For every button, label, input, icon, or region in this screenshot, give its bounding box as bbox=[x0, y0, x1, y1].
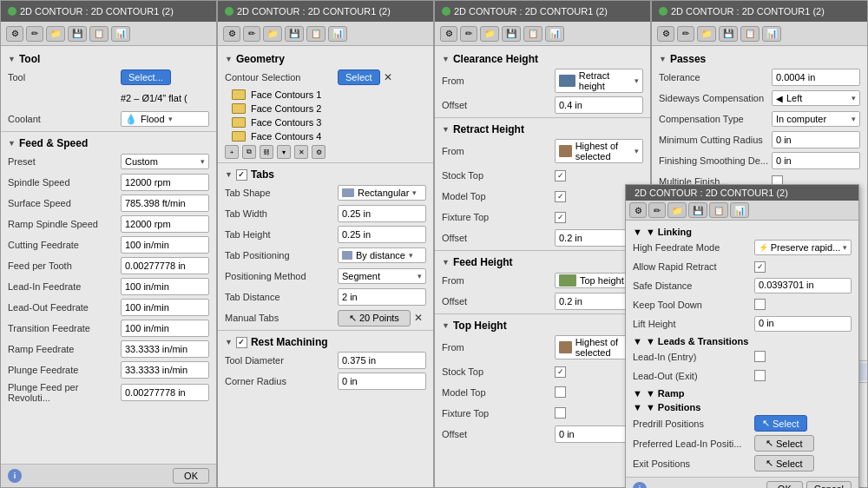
face-contour-2[interactable]: Face Contours 2 bbox=[218, 102, 433, 115]
hfm-select[interactable]: ⚡ Preserve rapid... ▾ bbox=[754, 240, 852, 255]
tolerance-input[interactable]: 0.0004 in bbox=[772, 69, 860, 86]
leadin-feed-input[interactable]: 100 in/min bbox=[121, 278, 209, 295]
popup-section-linking[interactable]: ▼ ▼ Linking bbox=[626, 224, 858, 238]
section-feed[interactable]: ▼ Feed & Speed bbox=[1, 134, 216, 151]
pp-tb5[interactable]: 📋 bbox=[709, 202, 728, 218]
tabs-checkbox[interactable] bbox=[236, 169, 247, 181]
val-feed-tooth[interactable]: 0.00277778 in bbox=[121, 257, 209, 274]
val-cutting-feed[interactable]: 100 in/min bbox=[121, 236, 209, 254]
rest-checkbox[interactable] bbox=[236, 337, 247, 348]
val-plunge-rev[interactable]: 0.00277778 in bbox=[121, 384, 209, 401]
contour-select-btn[interactable]: Select bbox=[338, 69, 380, 85]
leadin-checkbox[interactable] bbox=[754, 351, 766, 362]
popup-val-exit-pos[interactable]: ↖ Select bbox=[754, 455, 852, 472]
coolant-select[interactable]: 💧 Flood ▾ bbox=[121, 111, 209, 127]
val-tab-pos[interactable]: By distance ▾ bbox=[338, 247, 426, 263]
min-cut-rad-input[interactable]: 0 in bbox=[772, 131, 860, 148]
tab-dist-input[interactable]: 2 in bbox=[338, 288, 426, 306]
val-tab-height[interactable]: 0.25 in bbox=[338, 226, 426, 243]
popup-val-safe[interactable]: 0.0393701 in bbox=[754, 278, 852, 293]
val-ramp-spindle[interactable]: 12000 rpm bbox=[121, 215, 209, 233]
val-tolerance[interactable]: 0.0004 in bbox=[772, 69, 860, 86]
p4-tb2[interactable]: ✏ bbox=[677, 26, 694, 42]
face-contour-4[interactable]: Face Contours 4 bbox=[218, 129, 433, 143]
popup-val-predrill[interactable]: ↖ Select bbox=[754, 415, 852, 432]
val-ramp-feed[interactable]: 33.3333 in/min bbox=[121, 340, 209, 358]
th-fixture-checkbox[interactable] bbox=[555, 407, 566, 419]
popup-ok-btn[interactable]: OK bbox=[766, 481, 803, 488]
tb-icon3[interactable]: 📁 bbox=[46, 26, 65, 42]
contour-clear-btn[interactable]: ✕ bbox=[384, 71, 392, 83]
val-finish-smooth[interactable]: 0 in bbox=[772, 152, 860, 169]
face-contour-1[interactable]: Face Contours 1 bbox=[218, 88, 433, 102]
tool-more[interactable]: ▾ bbox=[277, 145, 291, 159]
tool-settings[interactable]: ⚙ bbox=[312, 145, 326, 159]
section-passes[interactable]: ▼ Passes bbox=[652, 49, 867, 67]
val-tool[interactable]: Select... bbox=[121, 69, 209, 85]
val-tab-width[interactable]: 0.25 in bbox=[338, 205, 426, 222]
pos-method-select[interactable]: Segment ▾ bbox=[338, 268, 426, 284]
tab-shape-select[interactable]: Rectangular ▾ bbox=[338, 185, 426, 201]
val-tab-dist[interactable]: 2 in bbox=[338, 288, 426, 306]
tool-del[interactable]: ✕ bbox=[294, 145, 308, 159]
val-ch-from[interactable]: Retract height ▾ bbox=[555, 69, 643, 93]
rh-fixture-checkbox[interactable] bbox=[555, 212, 566, 223]
tab-pos-select[interactable]: By distance ▾ bbox=[338, 247, 426, 263]
cutting-feed-input[interactable]: 100 in/min bbox=[121, 236, 209, 254]
section-tabs[interactable]: ▼ Tabs bbox=[218, 165, 433, 182]
th-model-checkbox[interactable] bbox=[555, 386, 566, 398]
p3-tb6[interactable]: 📊 bbox=[545, 26, 564, 42]
pref-lead-btn[interactable]: ↖ Select bbox=[754, 435, 814, 452]
p2-tb1[interactable]: ⚙ bbox=[223, 26, 240, 42]
p3-tb3[interactable]: 📁 bbox=[480, 26, 499, 42]
section-clearance[interactable]: ▼ Clearance Height bbox=[435, 49, 650, 67]
spindle-input[interactable]: 12000 rpm bbox=[121, 174, 209, 191]
manual-tabs-btn[interactable]: ↖ 20 Points bbox=[338, 310, 411, 326]
val-corner-rad[interactable]: 0 in bbox=[338, 373, 426, 390]
val-rh-stock[interactable] bbox=[555, 169, 643, 181]
val-rh-from[interactable]: Highest of selected ▾ bbox=[555, 139, 643, 163]
popup-val-hfm[interactable]: ⚡ Preserve rapid... ▾ bbox=[754, 240, 852, 255]
val-surface[interactable]: 785.398 ft/min bbox=[121, 195, 209, 212]
th-stock-checkbox[interactable] bbox=[555, 366, 566, 378]
p2-tb2[interactable]: ✏ bbox=[243, 26, 260, 42]
val-comp-type[interactable]: In computer ▾ bbox=[772, 111, 860, 127]
popup-val-lift[interactable]: 0 in bbox=[754, 316, 852, 332]
p3-tb5[interactable]: 📋 bbox=[523, 26, 542, 42]
section-geometry[interactable]: ▼ Geometry bbox=[218, 49, 433, 67]
plunge-rev-input[interactable]: 0.00277778 in bbox=[121, 384, 209, 401]
finish-smooth-input[interactable]: 0 in bbox=[772, 152, 860, 169]
popup-section-leads[interactable]: ▼ ▼ Leads & Transitions bbox=[626, 333, 858, 347]
val-tab-shape[interactable]: Rectangular ▾ bbox=[338, 185, 426, 201]
manual-tabs-clear[interactable]: ✕ bbox=[414, 312, 423, 324]
val-coolant[interactable]: 💧 Flood ▾ bbox=[121, 111, 209, 127]
val-sideways-comp[interactable]: ◀ Left ▾ bbox=[772, 90, 860, 106]
p3-tb4[interactable]: 💾 bbox=[502, 26, 521, 42]
tb-icon4[interactable]: 💾 bbox=[68, 26, 87, 42]
val-plunge-feed[interactable]: 33.3333 in/min bbox=[121, 361, 209, 379]
surface-input[interactable]: 785.398 ft/min bbox=[121, 195, 209, 212]
rh-from-select[interactable]: Highest of selected ▾ bbox=[555, 139, 643, 163]
tb-icon5[interactable]: 📋 bbox=[89, 26, 108, 42]
val-min-cut-rad[interactable]: 0 in bbox=[772, 131, 860, 148]
popup-val-leadin[interactable] bbox=[754, 351, 852, 364]
section-retract[interactable]: ▼ Retract Height bbox=[435, 120, 650, 137]
p2-tb4[interactable]: 💾 bbox=[285, 26, 304, 42]
popup-val-pref-lead[interactable]: ↖ Select bbox=[754, 435, 852, 452]
val-transition-feed[interactable]: 100 in/min bbox=[121, 320, 209, 337]
p2-tb3[interactable]: 📁 bbox=[263, 26, 282, 42]
leadout-feed-input[interactable]: 100 in/min bbox=[121, 299, 209, 316]
corner-rad-input[interactable]: 0 in bbox=[338, 373, 426, 390]
tool-copy[interactable]: ⧉ bbox=[242, 145, 256, 159]
ramp-feed-input[interactable]: 33.3333 in/min bbox=[121, 340, 209, 358]
face-contour-3[interactable]: Face Contours 3 bbox=[218, 115, 433, 129]
rh-stock-checkbox[interactable] bbox=[555, 170, 566, 181]
safe-input[interactable]: 0.0393701 in bbox=[754, 278, 852, 293]
pp-tb3[interactable]: 📁 bbox=[667, 202, 687, 218]
section-rest[interactable]: ▼ Rest Machining bbox=[218, 333, 433, 350]
exit-pos-btn[interactable]: ↖ Select bbox=[754, 455, 814, 472]
info-icon[interactable]: i bbox=[8, 469, 22, 483]
preset-select[interactable]: Custom ▾ bbox=[121, 154, 209, 169]
ramp-spindle-input[interactable]: 12000 rpm bbox=[121, 215, 209, 233]
popup-section-positions[interactable]: ▼ ▼ Positions bbox=[626, 399, 858, 413]
